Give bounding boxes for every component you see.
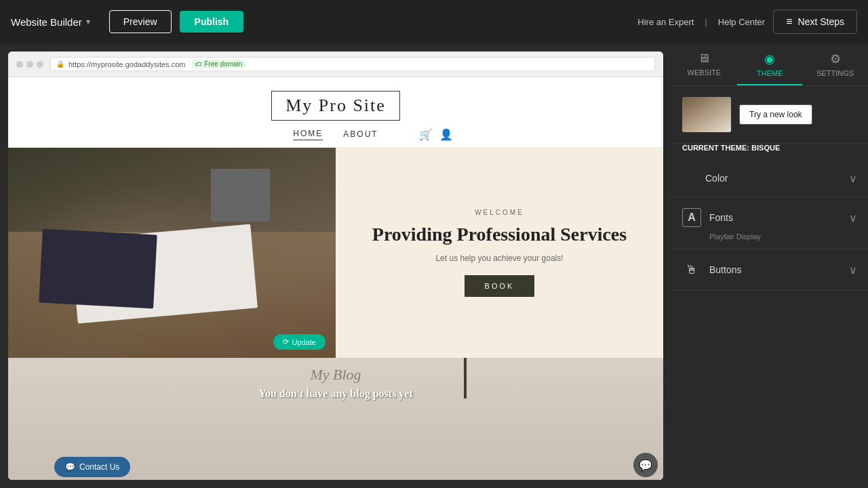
- update-icon: ⟳: [283, 338, 289, 346]
- lock-icon: 🔒: [56, 60, 64, 68]
- main-content: 🔒 https://myprosite.godaddysites.com 🏷 F…: [0, 43, 868, 488]
- help-center-link[interactable]: Help Center: [718, 17, 765, 27]
- update-button[interactable]: ⟳ Update: [273, 334, 326, 350]
- dot-2: [26, 61, 33, 68]
- publish-button[interactable]: Publish: [180, 11, 244, 33]
- theme-tab-icon: ◉: [764, 52, 775, 66]
- site-title: My Pro Site: [271, 91, 400, 121]
- chat-bubble-icon[interactable]: 💬: [633, 453, 658, 477]
- current-theme-name: BISQUE: [751, 144, 780, 152]
- desk-scene: [8, 148, 336, 358]
- browser-chrome: 🔒 https://myprosite.godaddysites.com 🏷 F…: [8, 52, 663, 77]
- blog-lamp: [464, 358, 467, 399]
- fonts-icon: A: [682, 208, 701, 227]
- dot-3: [37, 61, 43, 68]
- brand[interactable]: Website Builder ▾: [11, 16, 90, 28]
- hire-expert-link[interactable]: Hire an Expert: [637, 17, 694, 27]
- browser-frame: 🔒 https://myprosite.godaddysites.com 🏷 F…: [8, 52, 663, 480]
- nav-home[interactable]: HOME: [293, 129, 323, 140]
- color-accordion-header[interactable]: Color ∨: [671, 160, 868, 197]
- theme-preview-area: Try a new look: [671, 86, 868, 144]
- buttons-label: Buttons: [709, 264, 841, 275]
- fonts-accordion-header[interactable]: A Fonts ∨: [671, 197, 868, 238]
- browser-area: 🔒 https://myprosite.godaddysites.com 🏷 F…: [0, 43, 671, 488]
- next-steps-label: Next Steps: [798, 16, 844, 27]
- hero-text: WELCOME Providing Professional Services …: [336, 148, 663, 358]
- site-nav: HOME ABOUT 🛒 👤: [35, 129, 636, 140]
- tab-theme[interactable]: ◉ THEME: [737, 43, 803, 85]
- hero-heading: Providing Professional Services: [372, 223, 627, 246]
- fonts-label: Fonts: [709, 212, 841, 223]
- desk-notebook: [39, 229, 157, 308]
- book-button[interactable]: BOOK: [465, 275, 535, 297]
- site-content: My Pro Site HOME ABOUT 🛒 👤: [8, 77, 663, 480]
- brand-chevron-icon: ▾: [86, 17, 90, 26]
- site-header: My Pro Site HOME ABOUT 🛒 👤: [8, 77, 663, 148]
- free-domain-badge[interactable]: 🏷 Free domain: [192, 60, 245, 68]
- right-panel: 🖥 WEBSITE ◉ THEME ⚙ SETTINGS Try a new l…: [671, 43, 868, 488]
- buttons-accordion: 🖱 Buttons ∨: [671, 249, 868, 291]
- website-tab-icon: 🖥: [698, 52, 710, 66]
- tab-website[interactable]: 🖥 WEBSITE: [671, 43, 737, 85]
- try-new-look-button[interactable]: Try a new look: [739, 104, 812, 125]
- contact-us-button[interactable]: 💬 Contact Us: [54, 457, 130, 477]
- buttons-chevron-icon: ∨: [849, 264, 857, 277]
- color-label: Color: [705, 173, 841, 184]
- topbar: Website Builder ▾ Preview Publish Hire a…: [0, 0, 868, 43]
- current-theme-prefix: CURRENT THEME:: [682, 144, 749, 152]
- color-chevron-icon: ∨: [849, 172, 857, 185]
- theme-thumb-overlay: [682, 97, 731, 132]
- url-bar[interactable]: 🔒 https://myprosite.godaddysites.com 🏷 F…: [50, 57, 655, 71]
- hero-section: ⟳ Update WELCOME Providing Professional …: [8, 148, 663, 358]
- user-icon[interactable]: 👤: [439, 128, 453, 141]
- nav-about[interactable]: ABOUT: [343, 129, 378, 140]
- hero-welcome: WELCOME: [475, 209, 524, 216]
- next-steps-button[interactable]: ≡ Next Steps: [773, 9, 857, 34]
- settings-tab-label: SETTINGS: [816, 69, 854, 77]
- url-text: https://myprosite.godaddysites.com: [68, 60, 185, 68]
- desk-calculator: [211, 169, 270, 222]
- buttons-accordion-header[interactable]: 🖱 Buttons ∨: [671, 249, 868, 290]
- contact-label: Contact Us: [79, 462, 119, 472]
- theme-thumbnail: [682, 97, 731, 132]
- dot-1: [16, 61, 23, 68]
- panel-tabs: 🖥 WEBSITE ◉ THEME ⚙ SETTINGS: [671, 43, 868, 86]
- fonts-chevron-icon: ∨: [849, 211, 857, 224]
- settings-tab-icon: ⚙: [830, 52, 841, 66]
- brand-label: Website Builder: [11, 16, 82, 28]
- theme-tab-label: THEME: [757, 69, 783, 77]
- next-steps-icon: ≡: [786, 16, 792, 28]
- browser-dots: [16, 61, 43, 68]
- hero-subtext: Let us help you achieve your goals!: [435, 253, 563, 263]
- hero-image: ⟳ Update: [8, 148, 336, 358]
- buttons-icon: 🖱: [682, 260, 701, 279]
- cart-icon[interactable]: 🛒: [419, 128, 433, 141]
- current-theme-label: CURRENT THEME: BISQUE: [671, 144, 868, 160]
- color-grid-icon: [682, 171, 697, 186]
- blog-no-posts: You don't have any blog posts yet: [258, 388, 413, 400]
- topbar-links: Hire an Expert | Help Center: [637, 17, 765, 27]
- fonts-accordion: A Fonts ∨ Playfair Display: [671, 197, 868, 249]
- preview-button[interactable]: Preview: [109, 10, 172, 33]
- contact-icon: 💬: [65, 462, 75, 472]
- color-accordion: Color ∨: [671, 160, 868, 197]
- tab-settings[interactable]: ⚙ SETTINGS: [802, 43, 868, 85]
- fonts-sublabel: Playfair Display: [671, 232, 868, 249]
- separator: |: [705, 17, 707, 27]
- website-tab-label: WEBSITE: [688, 68, 722, 77]
- nav-icons: 🛒 👤: [419, 128, 453, 141]
- update-label: Update: [292, 338, 316, 346]
